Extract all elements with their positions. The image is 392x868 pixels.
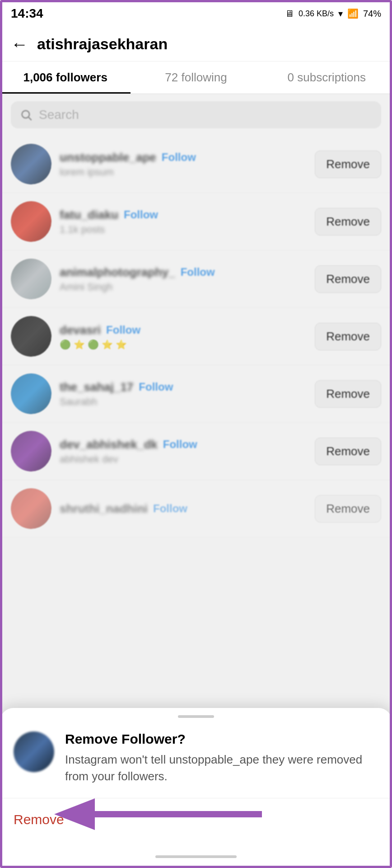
status-icons: 🖥 0.36 KB/s ▾ 📶 74% — [285, 8, 381, 19]
nav-bar — [0, 845, 392, 868]
sheet-handle — [178, 715, 214, 718]
tab-subscriptions[interactable]: 0 subscriptions — [261, 61, 392, 94]
wifi-icon: ▾ — [338, 8, 343, 19]
bottom-sheet: Remove Follower? Instagram won't tell un… — [0, 708, 392, 868]
sheet-content: Remove Follower? Instagram won't tell un… — [0, 731, 392, 798]
tab-followers[interactable]: 1,006 followers — [0, 61, 131, 94]
sheet-title: Remove Follower? — [65, 731, 378, 747]
status-time: 14:34 — [11, 6, 43, 21]
sheet-description: Instagram won't tell unstoppable_ape the… — [65, 751, 378, 784]
page-title: atishrajasekharan — [37, 35, 168, 53]
battery-icon: 74% — [363, 9, 381, 19]
status-bar: 14:34 🖥 0.36 KB/s ▾ 📶 74% — [0, 0, 392, 27]
nav-indicator — [155, 855, 237, 858]
network-icon: 🖥 — [285, 9, 294, 19]
tabs-bar: 1,006 followers 72 following 0 subscript… — [0, 61, 392, 94]
sheet-avatar — [14, 731, 54, 772]
network-speed: 0.36 KB/s — [299, 9, 334, 19]
blur-overlay — [0, 94, 392, 538]
signal-icon: 📶 — [347, 8, 359, 19]
sheet-text: Remove Follower? Instagram won't tell un… — [65, 731, 378, 784]
tab-following[interactable]: 72 following — [131, 61, 261, 94]
back-button[interactable]: ← — [11, 36, 28, 53]
svg-marker-3 — [54, 798, 95, 830]
purple-arrow-annotation — [54, 794, 271, 835]
header: ← atishrajasekharan — [0, 27, 392, 61]
content-wrapper: Search unstoppable_ape Follow lorem ipsu… — [0, 94, 392, 538]
